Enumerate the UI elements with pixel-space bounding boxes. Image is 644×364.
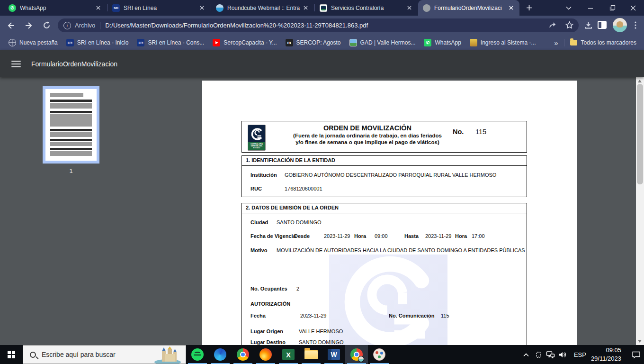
taskbar-chrome-active[interactable] [345, 345, 368, 364]
profile-avatar[interactable] [613, 18, 627, 32]
browser-tab-strip: ✆ WhatsApp SRI SRI en Línea Roundcube We… [0, 0, 644, 16]
vigencia-label: Fecha de Vigencia [250, 233, 296, 239]
start-button[interactable] [0, 345, 23, 364]
motivo-value: MOVILIZACIÓN DE AUTORIDADES HACIA LA CIU… [277, 247, 525, 253]
section1-header-box: 1. IDENTIFICACIÓN DE LA ENTIDAD [242, 155, 527, 166]
pdf-page: CONTRALORÍA GENERAL DEL ESTADO ORDEN DE … [202, 81, 577, 345]
folder-icon [570, 40, 577, 46]
tab-label: Roundcube Webmail :: Entra [227, 5, 302, 11]
tab-search-chevron-icon[interactable] [558, 0, 580, 16]
taskbar-file-explorer[interactable] [300, 345, 322, 364]
side-panel-icon[interactable] [598, 21, 607, 29]
sri-icon: SRI [137, 39, 144, 46]
taskbar-chrome[interactable] [232, 345, 254, 364]
reload-icon[interactable] [40, 18, 54, 32]
bookmark-ingreso-sistema[interactable]: Ingreso al Sistema -... [470, 39, 536, 46]
taskbar-firefox[interactable] [254, 345, 277, 364]
page-thumbnail-selected[interactable] [43, 86, 99, 164]
tray-volume-icon[interactable] [557, 345, 569, 364]
bookmark-sri-consultas[interactable]: SRISRI en Línea - Cons... [137, 39, 204, 46]
tab-close-icon[interactable] [94, 4, 102, 12]
bookmark-sri-inicio[interactable]: SRISRI en Línea - Inicio [66, 39, 129, 46]
paint-icon [373, 348, 385, 361]
spotify-icon [191, 348, 204, 361]
bookmark-sercop-agosto[interactable]: mSERCOP: Agosto [286, 39, 341, 46]
hora1-label: Hora [354, 233, 366, 239]
tab-contraloria[interactable]: Servicios Contraloría [315, 0, 418, 16]
scroll-down-icon[interactable] [638, 340, 642, 343]
tab-roundcube[interactable]: Roundcube Webmail :: Entra [211, 0, 314, 16]
address-url[interactable]: D:/Users/Master/Downloads/FormularioOrde… [105, 22, 368, 29]
hora2-value: 17:00 [472, 233, 485, 239]
bookmark-label: Nueva pestaña [19, 39, 58, 46]
ciudad-label: Ciudad [250, 219, 268, 225]
search-icon [30, 352, 36, 358]
tab-pdf-active[interactable]: FormularioOrdenMovilizaci [418, 0, 519, 16]
sercop-icon: m [286, 39, 293, 46]
share-icon[interactable] [547, 20, 558, 30]
tab-close-icon[interactable] [405, 4, 413, 12]
document-subtitle-line1: (Fuera de la jornada ordinaria de trabaj… [270, 133, 465, 138]
pdf-menu-icon[interactable] [11, 61, 21, 67]
tray-time: 09:05 [591, 346, 621, 355]
taskbar-spotify[interactable] [186, 345, 209, 364]
tab-close-icon[interactable] [507, 4, 515, 12]
bookmarks-overflow-icon[interactable]: » [554, 39, 558, 47]
fecha-label: Fecha [250, 313, 266, 318]
section1-header: 1. IDENTIFICACIÓN DE LA ENTIDAD [246, 157, 335, 163]
firefox-icon [259, 348, 272, 361]
bookmark-sercopcapacita[interactable]: SercopCapacita - Y... [213, 39, 277, 46]
ruc-label: RUC [250, 186, 262, 191]
tab-close-icon[interactable] [302, 4, 309, 12]
taskbar-search-input[interactable]: Escribe aquí para buscar [23, 345, 186, 364]
section2-body-box: Ciudad SANTO DOMINGO Fecha de Vigencia D… [242, 213, 527, 345]
windows-taskbar: Escribe aquí para buscar X W [0, 345, 644, 364]
forward-icon[interactable] [22, 18, 36, 32]
bookmark-star-icon[interactable] [564, 20, 574, 30]
page-info-icon[interactable]: i [63, 22, 71, 29]
taskbar-paint[interactable] [368, 345, 391, 364]
scroll-up-icon[interactable] [638, 80, 642, 82]
language-indicator[interactable]: ESP [574, 351, 586, 358]
tray-chevron-up-icon[interactable] [520, 345, 532, 364]
document-title: ORDEN DE MOVILIZACIÓN [285, 124, 450, 132]
back-icon[interactable] [4, 18, 18, 32]
hora1-value: 09:00 [375, 233, 388, 239]
pdf-favicon [423, 4, 430, 12]
tab-sri[interactable]: SRI SRI en Línea [107, 0, 210, 16]
hora2-label: Hora [455, 233, 467, 239]
bookmark-gad-valle-hermoso[interactable]: GAD | Valle Hermos... [349, 39, 416, 46]
scrollbar-thumb[interactable] [637, 84, 643, 184]
autorizacion-header: AUTORIZACIÓN [250, 301, 290, 307]
browser-menu-icon[interactable] [630, 20, 641, 30]
order-number-label: No. [453, 128, 464, 136]
windows-logo-icon [8, 351, 15, 358]
search-placeholder: Escribe aquí para buscar [42, 351, 116, 358]
tab-close-icon[interactable] [198, 4, 206, 12]
tab-whatsapp[interactable]: ✆ WhatsApp [4, 0, 107, 16]
motivo-label: Motivo [250, 247, 267, 253]
shield-icon [470, 39, 477, 46]
bookmark-whatsapp[interactable]: ✆WhatsApp [424, 39, 461, 46]
taskbar-word[interactable]: W [322, 345, 345, 364]
new-tab-button[interactable] [521, 0, 537, 16]
taskbar-excel[interactable]: X [277, 345, 300, 364]
taskbar-edge[interactable] [209, 345, 232, 364]
vertical-scrollbar[interactable] [636, 77, 644, 345]
window-maximize-button[interactable] [601, 0, 623, 16]
section1-body-box: Institución GOBIERNO AUTÓNOMO DESCENTRAL… [242, 166, 527, 197]
tray-device-icon[interactable] [532, 345, 545, 364]
tray-date: 29/11/2023 [591, 355, 621, 363]
search-highlight-image[interactable] [153, 346, 185, 364]
window-close-button[interactable] [622, 0, 644, 16]
destino-value: SANTO DOMINGO [299, 339, 344, 345]
tray-clock[interactable]: 09:05 29/11/2023 [591, 346, 621, 363]
address-bar[interactable]: i Archivo D:/Users/Master/Downloads/Form… [58, 18, 579, 32]
downloads-icon[interactable] [583, 20, 593, 30]
window-minimize-button[interactable] [580, 0, 601, 16]
all-bookmarks-folder[interactable]: Todos los marcadores [570, 39, 636, 46]
excel-icon: X [282, 349, 295, 360]
bookmark-nueva-pestana[interactable]: Nueva pestaña [9, 39, 58, 46]
tray-network-icon[interactable] [545, 345, 557, 364]
action-center-icon[interactable] [628, 345, 644, 364]
